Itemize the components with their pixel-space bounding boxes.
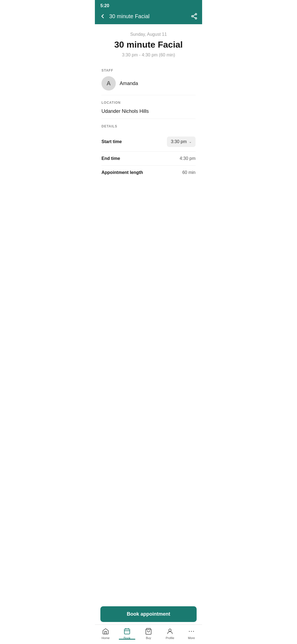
svg-line-4: [193, 17, 195, 18]
staff-label: STAFF: [101, 69, 196, 72]
svg-line-3: [193, 15, 195, 16]
status-time: 5:20: [100, 3, 109, 8]
end-time-row: End time 4:30 pm: [101, 152, 196, 166]
back-button[interactable]: [99, 13, 106, 20]
service-name: 30 minute Facial: [101, 40, 196, 50]
time-range: 3:30 pm - 4:30 pm (60 min): [101, 53, 196, 58]
staff-name: Amanda: [120, 81, 138, 86]
svg-point-1: [192, 15, 193, 17]
chevron-down-icon: ⌄: [189, 140, 192, 144]
staff-section: STAFF A Amanda: [95, 63, 202, 95]
header-title: 30 minute Facial: [109, 13, 150, 20]
appointment-date: Sunday, August 11: [101, 32, 196, 37]
details-section: DETAILS Start time 3:30 pm ⌄ End time 4:…: [95, 119, 202, 184]
location-section: LOCATION Udander Nichols Hills: [95, 95, 202, 119]
staff-row: A Amanda: [101, 76, 196, 91]
end-time-value: 4:30 pm: [180, 156, 196, 161]
appointment-length-row: Appointment length 60 min: [101, 166, 196, 179]
start-time-dropdown[interactable]: 3:30 pm ⌄: [167, 137, 196, 147]
start-time-label: Start time: [101, 139, 122, 144]
location-label: LOCATION: [101, 101, 196, 105]
staff-avatar: A: [101, 76, 116, 91]
status-bar: 5:20: [95, 0, 202, 10]
start-time-row: Start time 3:30 pm ⌄: [101, 132, 196, 152]
main-content: Sunday, August 11 30 minute Facial 3:30 …: [95, 24, 202, 217]
svg-point-2: [195, 18, 197, 19]
share-button[interactable]: [191, 13, 198, 20]
title-section: Sunday, August 11 30 minute Facial 3:30 …: [95, 24, 202, 63]
appointment-length-value: 60 min: [182, 170, 196, 175]
app-header: 30 minute Facial: [95, 10, 202, 24]
location-name: Udander Nichols Hills: [101, 108, 196, 114]
end-time-label: End time: [101, 156, 120, 161]
details-label: DETAILS: [101, 124, 196, 128]
svg-point-0: [195, 13, 197, 15]
appointment-length-label: Appointment length: [101, 170, 143, 175]
start-time-value: 3:30 pm: [171, 139, 187, 144]
